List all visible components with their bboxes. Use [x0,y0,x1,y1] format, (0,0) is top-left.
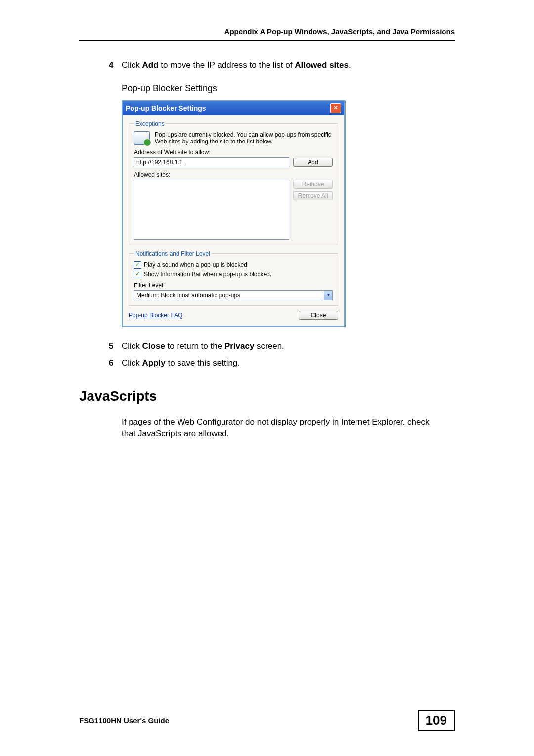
page-footer: FSG1100HN User's Guide 109 [79,710,455,731]
allowed-sites-list[interactable] [134,180,289,240]
step-4: 4 Click Add to move the IP address to th… [109,59,455,71]
add-button[interactable]: Add [293,158,333,167]
step-text: Click Add to move the IP address to the … [122,59,351,71]
step-number: 4 [109,59,122,71]
notifications-legend: Notifications and Filter Level [134,250,212,257]
remove-button: Remove [293,180,333,189]
close-button[interactable]: Close [299,311,338,320]
exceptions-legend: Exceptions [134,120,166,127]
step-6: 6 Click Apply to save this setting. [109,357,455,369]
filter-level-select[interactable]: Medium: Block most automatic pop-ups ▾ [134,290,333,300]
exceptions-group: Exceptions Pop-ups are currently blocked… [129,120,338,245]
address-input[interactable] [134,157,289,167]
close-icon[interactable]: × [330,103,341,113]
step-text: Click Apply to save this setting. [122,357,240,369]
step-number: 6 [109,357,122,369]
section-heading-javascripts: JavaScripts [79,388,455,404]
step-number: 5 [109,340,122,352]
footer-guide-name: FSG1100HN User's Guide [79,716,169,725]
exceptions-description: Pop-ups are currently blocked. You can a… [155,131,333,145]
notifications-group: Notifications and Filter Level ✓ Play a … [129,250,338,306]
filter-level-label: Filter Level: [134,282,333,289]
figure-caption: Pop-up Blocker Settings [122,83,455,94]
page-number: 109 [418,710,455,731]
remove-all-button: Remove All [293,191,333,200]
step-text: Click Close to return to the Privacy scr… [122,340,284,352]
play-sound-checkbox[interactable]: ✓ [134,261,141,269]
filter-level-value: Medium: Block most automatic pop-ups [134,291,324,300]
chevron-down-icon: ▾ [324,291,332,300]
show-infobar-label: Show Information Bar when a pop-up is bl… [144,271,271,278]
page-header: Appendix A Pop-up Windows, JavaScripts, … [79,27,455,40]
section-body-text: If pages of the Web Configurator do not … [122,416,438,440]
header-rule [79,40,455,41]
show-infobar-checkbox[interactable]: ✓ [134,271,141,278]
step-5: 5 Click Close to return to the Privacy s… [109,340,455,352]
allowed-sites-label: Allowed sites: [134,171,333,178]
play-sound-label: Play a sound when a pop-up is blocked. [144,261,249,268]
dialog-title: Pop-up Blocker Settings [126,104,206,112]
dialog-titlebar: Pop-up Blocker Settings × [123,101,344,115]
popup-allowed-icon [134,131,150,145]
address-label: Address of Web site to allow: [134,149,333,156]
faq-link[interactable]: Pop-up Blocker FAQ [129,312,182,319]
popup-blocker-dialog: Pop-up Blocker Settings × Exceptions Pop… [122,100,345,327]
